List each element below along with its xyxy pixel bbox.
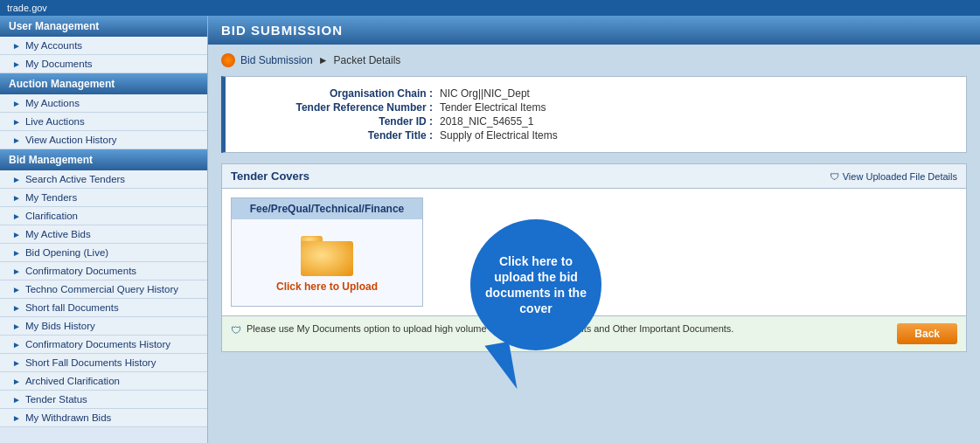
sidebar-item-label: My Bids History	[25, 321, 95, 331]
sidebar-item-label: Search Active Tenders	[25, 174, 125, 184]
sidebar-item-bid-opening-live[interactable]: ► Bid Opening (Live)	[0, 244, 207, 262]
info-row-tender-id: Tender ID : 2018_NIC_54655_1	[239, 115, 953, 128]
arrow-icon: ►	[12, 358, 21, 368]
sidebar-item-live-auctions[interactable]: ► Live Auctions	[0, 113, 207, 131]
view-uploaded-link[interactable]: 🛡 View Uploaded File Details	[830, 171, 957, 182]
info-value-tender-id: 2018_NIC_54655_1	[440, 115, 533, 128]
sidebar-item-label: Bid Opening (Live)	[25, 247, 108, 258]
content-area: BID SUBMISSION Bid Submission ► Packet D…	[208, 16, 980, 443]
upload-label: Click here to Upload	[276, 280, 378, 293]
tender-covers-title: Tender Covers	[231, 170, 309, 183]
cover-item-header: Fee/PreQual/Technical/Finance	[232, 198, 422, 219]
arrow-icon: ►	[12, 175, 21, 184]
sidebar-item-label: Confirmatory Documents History	[25, 339, 170, 350]
info-value-title: Supply of Electrical Items	[440, 129, 558, 142]
arrow-icon: ►	[12, 117, 21, 127]
info-row-title: Tender Title : Supply of Electrical Item…	[239, 129, 953, 142]
arrow-icon: ►	[12, 395, 21, 405]
arrow-icon: ►	[12, 211, 21, 221]
info-row-ref: Tender Reference Number : Tender Electri…	[239, 101, 953, 114]
sidebar-item-label: Short fall Documents	[25, 302, 119, 313]
top-bar-text: trade.gov	[7, 3, 47, 13]
sidebar-item-label: Confirmatory Documents	[25, 266, 136, 276]
content-body: Bid Submission ► Packet Details Organisa…	[208, 45, 980, 443]
sidebar-item-label: My Active Bids	[25, 229, 91, 239]
breadcrumb: Bid Submission ► Packet Details	[221, 53, 967, 67]
sidebar-item-label: My Tenders	[25, 192, 77, 203]
arrow-icon: ►	[12, 266, 21, 276]
arrow-icon: ►	[12, 248, 21, 258]
info-label-tender-id: Tender ID :	[239, 115, 440, 128]
arrow-icon: ►	[12, 285, 21, 294]
sidebar-item-my-accounts[interactable]: ► My Accounts	[0, 37, 207, 55]
breadcrumb-current: Packet Details	[334, 54, 401, 66]
notice-bar: 🛡 Please use My Documents option to uplo…	[222, 315, 966, 351]
sidebar-item-label: My Withdrawn Bids	[25, 412, 111, 423]
sidebar-item-label: My Accounts	[25, 40, 82, 51]
view-uploaded-label: View Uploaded File Details	[843, 171, 957, 182]
sidebar-item-my-tenders[interactable]: ► My Tenders	[0, 189, 207, 207]
info-value-org: NIC Org||NIC_Dept	[440, 87, 530, 100]
sidebar-item-confirmatory-documents-history[interactable]: ► Confirmatory Documents History	[0, 336, 207, 354]
sidebar-item-my-auctions[interactable]: ► My Auctions	[0, 94, 207, 113]
info-label-org: Organisation Chain :	[239, 87, 440, 100]
info-label-title: Tender Title :	[239, 129, 440, 142]
breadcrumb-home[interactable]: Bid Submission	[240, 54, 313, 66]
arrow-icon: ►	[12, 99, 21, 108]
cover-item: Fee/PreQual/Technical/Finance Click here…	[231, 197, 423, 307]
arrow-icon: ►	[12, 135, 21, 145]
arrow-icon: ►	[12, 41, 21, 51]
arrow-icon: ►	[12, 377, 21, 386]
breadcrumb-arrow: ►	[318, 54, 329, 66]
sidebar-item-view-auction-history[interactable]: ► View Auction History	[0, 131, 207, 149]
page-header: BID SUBMISSION	[208, 16, 980, 45]
sidebar-item-confirmatory-documents[interactable]: ► Confirmatory Documents	[0, 262, 207, 280]
sidebar-item-my-bids-history[interactable]: ► My Bids History	[0, 317, 207, 336]
sidebar-item-label: Clarification	[25, 211, 78, 221]
main-container: User Management ► My Accounts ► My Docum…	[0, 16, 980, 443]
arrow-icon: ►	[12, 322, 21, 331]
sidebar-item-label: Techno Commercial Query History	[25, 284, 178, 294]
arrow-icon: ►	[12, 59, 21, 69]
sidebar-item-label: Archived Clarification	[25, 376, 120, 386]
sidebar-item-my-withdrawn-bids[interactable]: ► My Withdrawn Bids	[0, 409, 207, 427]
top-bar: trade.gov	[0, 0, 980, 16]
folder-icon	[301, 232, 353, 276]
sidebar-item-clarification[interactable]: ► Clarification	[0, 207, 207, 225]
arrow-icon: ►	[12, 193, 21, 203]
sidebar-item-short-fall-documents[interactable]: ► Short fall Documents	[0, 299, 207, 317]
cover-upload-button[interactable]: Click here to Upload	[232, 219, 422, 306]
folder-body	[301, 241, 353, 276]
info-value-ref: Tender Electrical Items	[440, 101, 546, 114]
sidebar-section-user-management: User Management	[0, 16, 207, 37]
sidebar-item-label: Tender Status	[25, 394, 87, 405]
info-label-ref: Tender Reference Number :	[239, 101, 440, 114]
sidebar-item-label: My Auctions	[25, 98, 80, 108]
sidebar-item-short-fall-documents-history[interactable]: ► Short Fall Documents History	[0, 354, 207, 372]
info-box: Organisation Chain : NIC Org||NIC_Dept T…	[221, 76, 967, 153]
sidebar-section-bid-management: Bid Management	[0, 149, 207, 170]
sidebar-item-search-active-tenders[interactable]: ► Search Active Tenders	[0, 170, 207, 189]
breadcrumb-icon	[221, 53, 235, 67]
sidebar-item-label: My Documents	[25, 59, 93, 69]
tender-covers-header: Tender Covers 🛡 View Uploaded File Detai…	[222, 164, 966, 189]
sidebar-section-auction-management: Auction Management	[0, 73, 207, 94]
arrow-icon: ►	[12, 340, 21, 350]
arrow-icon: ►	[12, 413, 21, 423]
arrow-icon: ►	[12, 230, 21, 239]
tender-covers-box: Tender Covers 🛡 View Uploaded File Detai…	[221, 163, 967, 352]
back-button[interactable]: Back	[897, 323, 957, 344]
sidebar-item-my-documents[interactable]: ► My Documents	[0, 55, 207, 73]
cover-grid: Fee/PreQual/Technical/Finance Click here…	[222, 189, 966, 315]
back-button-area: Back	[897, 323, 957, 344]
sidebar-item-archived-clarification[interactable]: ► Archived Clarification	[0, 372, 207, 391]
sidebar-item-tender-status[interactable]: ► Tender Status	[0, 391, 207, 409]
page-title: BID SUBMISSION	[221, 23, 343, 38]
sidebar-item-label: View Auction History	[25, 135, 117, 145]
notice-text: Please use My Documents option to upload…	[247, 323, 897, 334]
sidebar-item-label: Live Auctions	[25, 116, 85, 127]
sidebar-item-techno-commercial-query-history[interactable]: ► Techno Commercial Query History	[0, 280, 207, 299]
arrow-icon: ►	[12, 303, 21, 313]
notice-icon: 🛡	[231, 324, 241, 336]
sidebar-item-my-active-bids[interactable]: ► My Active Bids	[0, 225, 207, 244]
